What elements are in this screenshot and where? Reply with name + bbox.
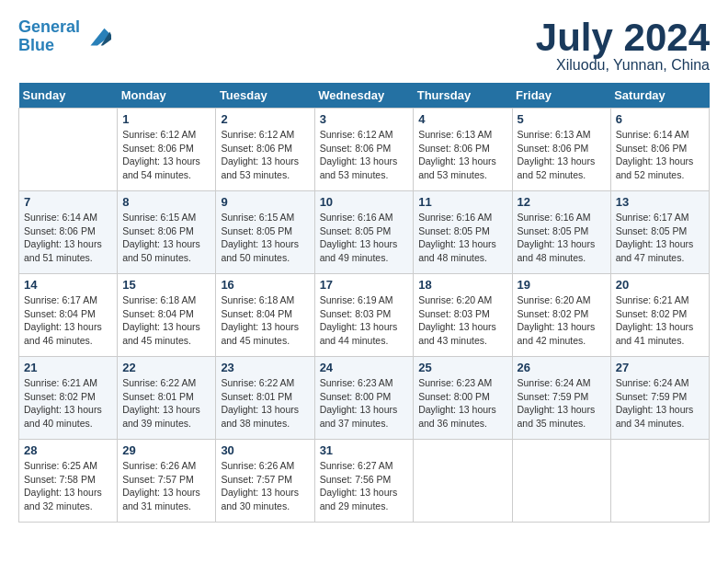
day-number: 12 bbox=[518, 195, 606, 209]
page-header: General Blue July 2024 Xiluodu, Yunnan, … bbox=[18, 18, 710, 74]
day-info: Sunrise: 6:15 AM Sunset: 8:06 PM Dayligh… bbox=[122, 211, 210, 265]
calendar-cell: 15Sunrise: 6:18 AM Sunset: 8:04 PM Dayli… bbox=[118, 274, 216, 357]
calendar-cell: 31Sunrise: 6:27 AM Sunset: 7:56 PM Dayli… bbox=[314, 440, 414, 523]
day-number: 11 bbox=[418, 195, 506, 209]
location: Xiluodu, Yunnan, China bbox=[536, 57, 710, 74]
day-info: Sunrise: 6:17 AM Sunset: 8:04 PM Dayligh… bbox=[24, 293, 112, 348]
day-number: 22 bbox=[122, 361, 210, 374]
day-info: Sunrise: 6:24 AM Sunset: 7:59 PM Dayligh… bbox=[616, 376, 704, 431]
calendar-cell: 16Sunrise: 6:18 AM Sunset: 8:04 PM Dayli… bbox=[216, 274, 314, 357]
calendar-week-row: 28Sunrise: 6:25 AM Sunset: 7:58 PM Dayli… bbox=[19, 440, 710, 523]
calendar-table: SundayMondayTuesdayWednesdayThursdayFrid… bbox=[18, 83, 710, 523]
calendar-cell: 18Sunrise: 6:20 AM Sunset: 8:03 PM Dayli… bbox=[414, 274, 512, 357]
calendar-cell: 27Sunrise: 6:24 AM Sunset: 7:59 PM Dayli… bbox=[610, 357, 709, 440]
calendar-cell: 13Sunrise: 6:17 AM Sunset: 8:05 PM Dayli… bbox=[610, 191, 709, 274]
day-info: Sunrise: 6:18 AM Sunset: 8:04 PM Dayligh… bbox=[122, 293, 210, 348]
calendar-cell: 9Sunrise: 6:15 AM Sunset: 8:05 PM Daylig… bbox=[216, 191, 314, 274]
day-number: 27 bbox=[616, 361, 704, 374]
calendar-cell: 28Sunrise: 6:25 AM Sunset: 7:58 PM Dayli… bbox=[19, 440, 118, 523]
calendar-cell: 17Sunrise: 6:19 AM Sunset: 8:03 PM Dayli… bbox=[314, 274, 414, 357]
calendar-cell: 8Sunrise: 6:15 AM Sunset: 8:06 PM Daylig… bbox=[118, 191, 216, 274]
day-info: Sunrise: 6:16 AM Sunset: 8:05 PM Dayligh… bbox=[418, 211, 506, 265]
day-info: Sunrise: 6:22 AM Sunset: 8:01 PM Dayligh… bbox=[221, 376, 309, 431]
day-number: 9 bbox=[221, 195, 309, 209]
calendar-week-row: 7Sunrise: 6:14 AM Sunset: 8:06 PM Daylig… bbox=[19, 191, 710, 274]
day-number: 13 bbox=[616, 195, 704, 209]
weekday-header: Sunday bbox=[19, 83, 118, 109]
day-number: 29 bbox=[122, 443, 210, 457]
day-number: 4 bbox=[418, 112, 506, 126]
weekday-header: Monday bbox=[118, 83, 216, 109]
month-title: July 2024 bbox=[536, 18, 710, 57]
calendar-cell: 29Sunrise: 6:26 AM Sunset: 7:57 PM Dayli… bbox=[118, 440, 216, 523]
day-number: 6 bbox=[616, 112, 704, 126]
day-info: Sunrise: 6:23 AM Sunset: 8:00 PM Dayligh… bbox=[418, 376, 506, 431]
day-info: Sunrise: 6:25 AM Sunset: 7:58 PM Dayligh… bbox=[24, 459, 112, 513]
day-info: Sunrise: 6:21 AM Sunset: 8:02 PM Dayligh… bbox=[24, 376, 112, 431]
day-number: 5 bbox=[518, 112, 606, 126]
day-number: 28 bbox=[24, 443, 112, 457]
day-number: 3 bbox=[320, 112, 409, 126]
day-info: Sunrise: 6:16 AM Sunset: 8:05 PM Dayligh… bbox=[518, 211, 606, 265]
logo-text: General Blue bbox=[18, 18, 80, 55]
title-block: July 2024 Xiluodu, Yunnan, China bbox=[536, 18, 710, 74]
day-number: 1 bbox=[122, 112, 210, 126]
weekday-header: Wednesday bbox=[314, 83, 414, 109]
calendar-cell bbox=[19, 109, 118, 191]
day-number: 23 bbox=[221, 361, 309, 374]
day-info: Sunrise: 6:14 AM Sunset: 8:06 PM Dayligh… bbox=[616, 128, 704, 182]
day-info: Sunrise: 6:18 AM Sunset: 8:04 PM Dayligh… bbox=[221, 293, 309, 348]
day-number: 15 bbox=[122, 278, 210, 292]
weekday-header: Thursday bbox=[414, 83, 512, 109]
day-number: 10 bbox=[320, 195, 409, 209]
calendar-cell: 12Sunrise: 6:16 AM Sunset: 8:05 PM Dayli… bbox=[512, 191, 610, 274]
day-info: Sunrise: 6:13 AM Sunset: 8:06 PM Dayligh… bbox=[418, 128, 506, 182]
calendar-cell: 22Sunrise: 6:22 AM Sunset: 8:01 PM Dayli… bbox=[118, 357, 216, 440]
day-number: 16 bbox=[221, 278, 309, 292]
logo-icon bbox=[84, 23, 111, 51]
calendar-cell: 23Sunrise: 6:22 AM Sunset: 8:01 PM Dayli… bbox=[216, 357, 314, 440]
weekday-header: Saturday bbox=[610, 83, 709, 109]
day-info: Sunrise: 6:21 AM Sunset: 8:02 PM Dayligh… bbox=[616, 293, 704, 348]
day-number: 19 bbox=[518, 278, 606, 292]
day-info: Sunrise: 6:14 AM Sunset: 8:06 PM Dayligh… bbox=[24, 211, 112, 265]
day-number: 2 bbox=[221, 112, 309, 126]
day-info: Sunrise: 6:16 AM Sunset: 8:05 PM Dayligh… bbox=[320, 211, 409, 265]
calendar-cell: 11Sunrise: 6:16 AM Sunset: 8:05 PM Dayli… bbox=[414, 191, 512, 274]
calendar-cell bbox=[512, 440, 610, 523]
calendar-cell: 10Sunrise: 6:16 AM Sunset: 8:05 PM Dayli… bbox=[314, 191, 414, 274]
weekday-header: Friday bbox=[512, 83, 610, 109]
weekday-header: Tuesday bbox=[216, 83, 314, 109]
day-info: Sunrise: 6:26 AM Sunset: 7:57 PM Dayligh… bbox=[221, 459, 309, 513]
calendar-cell: 19Sunrise: 6:20 AM Sunset: 8:02 PM Dayli… bbox=[512, 274, 610, 357]
day-info: Sunrise: 6:24 AM Sunset: 7:59 PM Dayligh… bbox=[518, 376, 606, 431]
calendar-week-row: 14Sunrise: 6:17 AM Sunset: 8:04 PM Dayli… bbox=[19, 274, 710, 357]
calendar-week-row: 21Sunrise: 6:21 AM Sunset: 8:02 PM Dayli… bbox=[19, 357, 710, 440]
day-number: 8 bbox=[122, 195, 210, 209]
day-number: 26 bbox=[518, 361, 606, 374]
calendar-cell: 24Sunrise: 6:23 AM Sunset: 8:00 PM Dayli… bbox=[314, 357, 414, 440]
day-info: Sunrise: 6:12 AM Sunset: 8:06 PM Dayligh… bbox=[122, 128, 210, 182]
day-info: Sunrise: 6:27 AM Sunset: 7:56 PM Dayligh… bbox=[320, 459, 409, 513]
day-info: Sunrise: 6:20 AM Sunset: 8:02 PM Dayligh… bbox=[518, 293, 606, 348]
day-info: Sunrise: 6:12 AM Sunset: 8:06 PM Dayligh… bbox=[221, 128, 309, 182]
day-info: Sunrise: 6:12 AM Sunset: 8:06 PM Dayligh… bbox=[320, 128, 409, 182]
day-info: Sunrise: 6:23 AM Sunset: 8:00 PM Dayligh… bbox=[320, 376, 409, 431]
day-number: 24 bbox=[320, 361, 409, 374]
calendar-cell: 3Sunrise: 6:12 AM Sunset: 8:06 PM Daylig… bbox=[314, 109, 414, 191]
day-info: Sunrise: 6:15 AM Sunset: 8:05 PM Dayligh… bbox=[221, 211, 309, 265]
day-number: 14 bbox=[24, 278, 112, 292]
calendar-cell: 26Sunrise: 6:24 AM Sunset: 7:59 PM Dayli… bbox=[512, 357, 610, 440]
calendar-week-row: 1Sunrise: 6:12 AM Sunset: 8:06 PM Daylig… bbox=[19, 109, 710, 191]
day-number: 18 bbox=[418, 278, 506, 292]
day-number: 30 bbox=[221, 443, 309, 457]
calendar-cell: 25Sunrise: 6:23 AM Sunset: 8:00 PM Dayli… bbox=[414, 357, 512, 440]
calendar-cell bbox=[414, 440, 512, 523]
day-number: 17 bbox=[320, 278, 409, 292]
calendar-cell: 7Sunrise: 6:14 AM Sunset: 8:06 PM Daylig… bbox=[19, 191, 118, 274]
day-number: 31 bbox=[320, 443, 409, 457]
calendar-cell: 6Sunrise: 6:14 AM Sunset: 8:06 PM Daylig… bbox=[610, 109, 709, 191]
day-info: Sunrise: 6:17 AM Sunset: 8:05 PM Dayligh… bbox=[616, 211, 704, 265]
day-number: 21 bbox=[24, 361, 112, 374]
calendar-cell: 21Sunrise: 6:21 AM Sunset: 8:02 PM Dayli… bbox=[19, 357, 118, 440]
